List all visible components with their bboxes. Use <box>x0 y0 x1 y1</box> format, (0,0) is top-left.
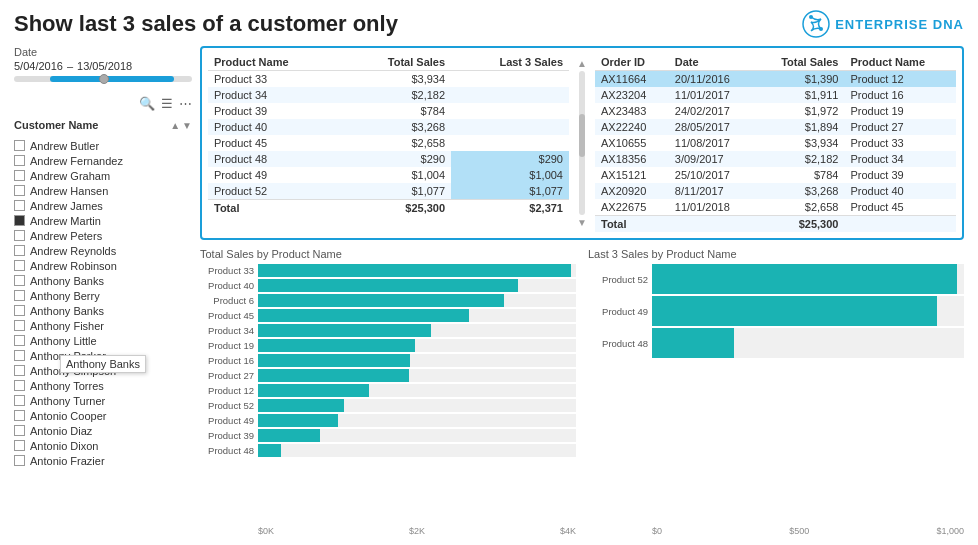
table-row: Product 40$3,268 <box>208 119 569 135</box>
scroll-down-arrow[interactable]: ▼ <box>577 217 587 228</box>
customer-checkbox[interactable] <box>14 350 25 361</box>
bar-row: Product 49 <box>200 414 576 427</box>
customer-item[interactable]: Andrew Peters <box>14 228 192 243</box>
right-table-cell: Product 45 <box>844 199 956 216</box>
customer-checkbox[interactable] <box>14 455 25 466</box>
total-sales-cell: $1,077 <box>343 183 451 200</box>
x-axis-label: $4K <box>560 526 576 536</box>
customer-tooltip: Anthony Banks <box>60 355 146 373</box>
right-total-cell: Total <box>595 216 669 233</box>
customer-item[interactable]: Andrew Graham <box>14 168 192 183</box>
scroll-indicator[interactable]: ▲ ▼ <box>577 54 587 232</box>
right-total-cell: $25,300 <box>755 216 844 233</box>
customer-checkbox[interactable] <box>14 395 25 406</box>
table-row: Product 34$2,182 <box>208 87 569 103</box>
customer-checkbox[interactable] <box>14 260 25 271</box>
customer-item[interactable]: Andrew Fernandez <box>14 153 192 168</box>
more-icon[interactable]: ⋯ <box>179 96 192 111</box>
customer-item[interactable]: Antonio Diaz <box>14 423 192 438</box>
customer-checkbox[interactable] <box>14 410 25 421</box>
right-table: Order ID Date Total Sales Product Name A… <box>595 54 956 232</box>
right-chart-title: Last 3 Sales by Product Name <box>588 248 964 260</box>
customer-item[interactable]: Andrew Martin <box>14 213 192 228</box>
customer-checkbox[interactable] <box>14 335 25 346</box>
customer-checkbox[interactable] <box>14 320 25 331</box>
customer-item[interactable]: Anthony Turner <box>14 393 192 408</box>
date-slider-thumb[interactable] <box>99 74 109 84</box>
right-table-cell: AX20920 <box>595 183 669 199</box>
customer-item[interactable]: Andrew Reynolds <box>14 243 192 258</box>
x-axis-label: $0K <box>258 526 274 536</box>
scroll-up-arrow[interactable]: ▲ <box>577 58 587 69</box>
right-table-cell: Product 40 <box>844 183 956 199</box>
right-table-cell: Product 16 <box>844 87 956 103</box>
right-table-cell: $3,934 <box>755 135 844 151</box>
customer-checkbox[interactable] <box>14 380 25 391</box>
scroll-track[interactable] <box>579 71 585 215</box>
bar-row: Product 12 <box>200 384 576 397</box>
customer-checkbox[interactable] <box>14 140 25 151</box>
table-row: AX1166420/11/2016$1,390Product 12 <box>595 71 956 88</box>
date-label: Date <box>14 46 192 58</box>
customer-item[interactable]: Antonio Dixon <box>14 438 192 453</box>
sort-desc-icon[interactable]: ▼ <box>182 120 192 131</box>
customer-checkbox[interactable] <box>14 200 25 211</box>
customer-checkbox[interactable] <box>14 245 25 256</box>
customer-checkbox[interactable] <box>14 230 25 241</box>
customer-item[interactable]: Antonio Cooper <box>14 408 192 423</box>
customer-item[interactable]: Anthony Banks <box>14 303 192 318</box>
customer-checkbox[interactable] <box>14 290 25 301</box>
customer-checkbox[interactable] <box>14 215 25 226</box>
customer-checkbox[interactable] <box>14 155 25 166</box>
sort-asc-icon[interactable]: ▲ <box>170 120 180 131</box>
customer-checkbox[interactable] <box>14 170 25 181</box>
right-table-cell: Product 12 <box>844 71 956 88</box>
bar-fill <box>258 339 415 352</box>
customer-item[interactable]: Antonio Frazier <box>14 453 192 468</box>
customer-item[interactable]: Anthony Fisher <box>14 318 192 333</box>
date-slider[interactable] <box>14 76 192 82</box>
svg-point-2 <box>819 27 823 31</box>
col-right-total-sales: Total Sales <box>755 54 844 71</box>
customer-item[interactable]: Andrew Butler <box>14 138 192 153</box>
filter-icons: 🔍 ☰ ⋯ <box>14 96 192 111</box>
customer-item[interactable]: Anthony Banks <box>14 273 192 288</box>
customer-checkbox[interactable] <box>14 425 25 436</box>
bar-fill <box>652 296 937 326</box>
customer-checkbox[interactable] <box>14 275 25 286</box>
sort-icons[interactable]: ▲ ▼ <box>170 120 192 131</box>
left-table: Product Name Total Sales Last 3 Sales Pr… <box>208 54 569 216</box>
customer-item[interactable]: Andrew James <box>14 198 192 213</box>
customer-item[interactable]: Anthony Berry <box>14 288 192 303</box>
bar-bg <box>258 444 576 457</box>
right-total-cell <box>844 216 956 233</box>
table-row: Product 33$3,934 <box>208 71 569 88</box>
customer-item[interactable]: Andrew Robinson <box>14 258 192 273</box>
logo-area: ENTERPRISE DNA <box>802 10 964 38</box>
customer-checkbox[interactable] <box>14 365 25 376</box>
right-table-cell: 8/11/2017 <box>669 183 755 199</box>
customer-name: Anthony Banks <box>30 305 104 317</box>
customer-checkbox[interactable] <box>14 185 25 196</box>
list-icon[interactable]: ☰ <box>161 96 173 111</box>
search-icon[interactable]: 🔍 <box>139 96 155 111</box>
right-table-container: Order ID Date Total Sales Product Name A… <box>595 54 956 232</box>
table-row: Product 49$1,004$1,004 <box>208 167 569 183</box>
bar-row: Product 52 <box>200 399 576 412</box>
customer-item[interactable]: Anthony Torres <box>14 378 192 393</box>
customer-item[interactable]: Andrew Hansen <box>14 183 192 198</box>
svg-point-1 <box>809 15 813 19</box>
total-sales-cell: $3,934 <box>343 71 451 88</box>
bar-row: Product 40 <box>200 279 576 292</box>
right-table-cell: Product 34 <box>844 151 956 167</box>
customer-name: Antonio Frazier <box>30 455 105 467</box>
customer-checkbox[interactable] <box>14 440 25 451</box>
customer-checkbox[interactable] <box>14 305 25 316</box>
col-order-id: Order ID <box>595 54 669 71</box>
table-row: Product 45$2,658 <box>208 135 569 151</box>
scroll-thumb <box>579 114 585 157</box>
right-table-cell: 20/11/2016 <box>669 71 755 88</box>
customer-list[interactable]: Andrew ButlerAndrew FernandezAndrew Grah… <box>14 138 192 536</box>
customer-item[interactable]: Anthony Little <box>14 333 192 348</box>
left-bar-chart: Product 33Product 40Product 6Product 45P… <box>200 264 576 524</box>
